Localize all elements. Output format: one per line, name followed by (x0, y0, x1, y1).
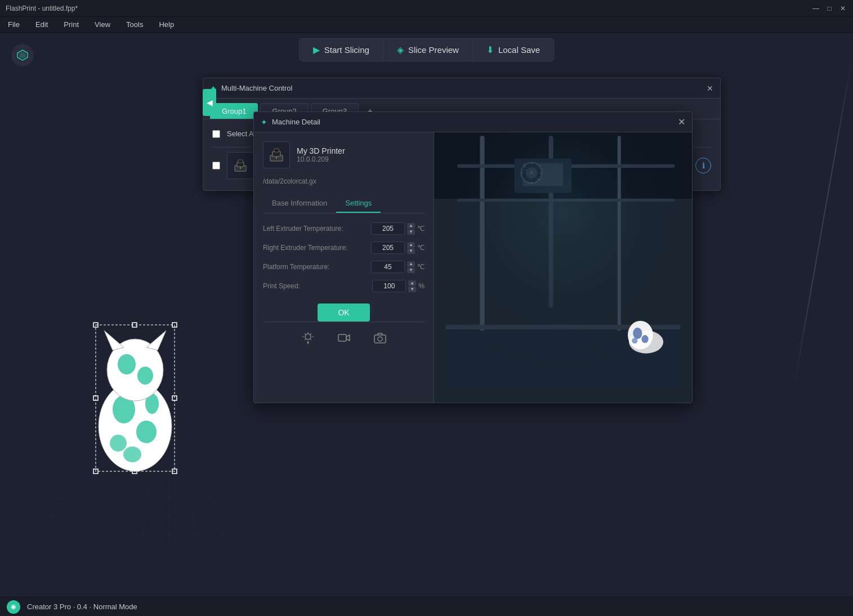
svg-point-26 (118, 354, 136, 374)
slice-preview-label: Slice Preview (408, 45, 459, 55)
collapse-panel-button[interactable]: ◀ (203, 89, 216, 116)
left-extruder-label: Left Extruder Temperature: (263, 225, 367, 233)
print-speed-spinner: ▲ ▼ (408, 280, 416, 292)
detail-close-button[interactable]: ✕ (678, 118, 685, 127)
video-icon-button[interactable] (337, 331, 351, 345)
right-extruder-value: ▲ ▼ ℃ (371, 242, 425, 254)
svg-line-51 (310, 339, 311, 340)
left-extruder-unit: ℃ (417, 225, 425, 233)
svg-point-45 (305, 334, 311, 340)
select-all-checkbox[interactable] (212, 130, 220, 138)
status-bar: ◉ Creator 3 Pro · 0.4 · Normal Mode (0, 597, 853, 616)
svg-line-53 (305, 339, 305, 340)
titlebar: FlashPrint - untitled.fpp* — □ ✕ (0, 0, 853, 17)
svg-line-15 (203, 465, 225, 550)
main-area: ▶ Start Slicing ◈ Slice Preview ⬇ Local … (0, 33, 853, 616)
detail-logo-icon: ✦ (261, 118, 267, 127)
info-button[interactable]: ℹ (695, 158, 711, 173)
svg-point-59 (378, 337, 382, 341)
print-speed-up[interactable]: ▲ (408, 280, 416, 286)
local-save-label: Local Save (498, 45, 540, 55)
print-speed-input[interactable] (372, 280, 406, 292)
printer-checkbox[interactable] (212, 162, 220, 169)
tab-settings[interactable]: Settings (336, 194, 381, 213)
right-extruder-input[interactable] (371, 242, 405, 254)
detail-bottom-icons (263, 322, 425, 354)
svg-line-52 (310, 333, 311, 334)
slice-preview-icon: ◈ (397, 44, 404, 55)
maximize-button[interactable]: □ (825, 4, 834, 13)
detail-printer-name: My 3D Printer (297, 146, 345, 155)
print-speed-down[interactable]: ▼ (408, 287, 416, 292)
detail-printer-icon (263, 141, 290, 168)
detail-tabs: Base Information Settings (263, 194, 425, 213)
svg-point-22 (123, 447, 141, 462)
right-extruder-down[interactable]: ▼ (407, 248, 415, 254)
camera-feed (434, 132, 692, 403)
start-slicing-button[interactable]: ▶ Start Slicing (300, 39, 383, 61)
detail-left-panel: My 3D Printer 10.0.0.209 /data/2colorcat… (254, 132, 434, 403)
panel-title: Multi-Machine Control (221, 84, 292, 92)
detail-printer-text: My 3D Printer 10.0.0.209 (297, 146, 345, 163)
svg-marker-1 (19, 52, 26, 59)
camera-icon-button[interactable] (373, 331, 387, 345)
menu-view[interactable]: View (91, 19, 114, 30)
app-logo[interactable] (11, 44, 34, 66)
light-icon-button[interactable] (301, 331, 315, 345)
print-speed-value: ▲ ▼ % (372, 280, 425, 292)
slice-preview-button[interactable]: ◈ Slice Preview (383, 39, 473, 61)
menu-edit[interactable]: Edit (32, 19, 51, 30)
status-avatar: ◉ (7, 600, 20, 614)
tab-base-info[interactable]: Base Information (263, 194, 336, 213)
svg-point-27 (137, 367, 153, 385)
platform-temp-up[interactable]: ▲ (407, 261, 415, 267)
menu-tools[interactable]: Tools (123, 19, 146, 30)
svg-rect-56 (338, 334, 346, 341)
right-extruder-label: Right Extruder Temperature: (263, 244, 367, 252)
3d-model (79, 314, 191, 484)
left-extruder-spinner: ▲ ▼ (407, 223, 415, 235)
platform-temp-value: ▲ ▼ ℃ (371, 261, 425, 273)
window-controls: — □ ✕ (811, 4, 847, 13)
top-toolbar: ▶ Start Slicing ◈ Slice Preview ⬇ Local … (299, 38, 554, 61)
platform-temp-spinner: ▲ ▼ (407, 261, 415, 273)
svg-marker-57 (346, 335, 350, 341)
tab-group1[interactable]: Group1 (210, 103, 258, 119)
svg-line-50 (305, 333, 305, 334)
field-right-extruder: Right Extruder Temperature: ▲ ▼ ℃ (263, 242, 425, 254)
ok-button[interactable]: OK (318, 303, 369, 322)
svg-rect-39 (238, 160, 243, 163)
close-button[interactable]: ✕ (838, 4, 847, 13)
machine-detail-dialog: ✦ Machine Detail ✕ My 3 (253, 111, 693, 403)
panel-close-button[interactable]: ✕ (707, 84, 713, 93)
platform-temp-down[interactable]: ▼ (407, 267, 415, 273)
select-all-label[interactable]: Select All (227, 130, 257, 138)
camera-view-panel (434, 132, 692, 403)
svg-point-19 (136, 421, 157, 443)
field-print-speed: Print Speed: ▲ ▼ % (263, 280, 425, 292)
left-extruder-down[interactable]: ▼ (407, 229, 415, 235)
detail-printer-info: My 3D Printer 10.0.0.209 (263, 141, 425, 168)
detail-title: Machine Detail (272, 118, 320, 126)
menu-help[interactable]: Help (155, 19, 177, 30)
window-title: FlashPrint - untitled.fpp* (6, 5, 78, 12)
decorative-line (793, 55, 853, 388)
local-save-icon: ⬇ (486, 44, 494, 55)
svg-marker-25 (146, 331, 166, 350)
right-extruder-up[interactable]: ▲ (407, 242, 415, 248)
right-extruder-spinner: ▲ ▼ (407, 242, 415, 254)
detail-file-path: /data/2colorcat.gx (263, 177, 425, 185)
minimize-button[interactable]: — (811, 4, 820, 13)
field-left-extruder: Left Extruder Temperature: ▲ ▼ ℃ (263, 222, 425, 235)
platform-temp-input[interactable] (371, 261, 405, 273)
field-platform-temp: Platform Temperature: ▲ ▼ ℃ (263, 261, 425, 273)
svg-rect-43 (274, 149, 279, 152)
left-extruder-input[interactable] (371, 222, 405, 235)
print-speed-unit: % (418, 282, 425, 290)
svg-rect-58 (374, 335, 386, 343)
left-extruder-up[interactable]: ▲ (407, 223, 415, 229)
local-save-button[interactable]: ⬇ Local Save (473, 39, 553, 61)
menu-print[interactable]: Print (60, 19, 82, 30)
menu-file[interactable]: File (5, 19, 23, 30)
panel-header: ✦ Multi-Machine Control ✕ (203, 78, 720, 99)
